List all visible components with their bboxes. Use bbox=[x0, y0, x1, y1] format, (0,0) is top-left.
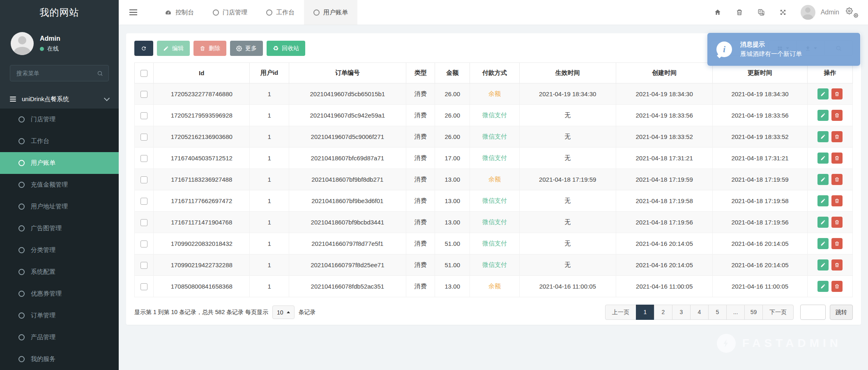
row-checkbox[interactable] bbox=[140, 91, 147, 98]
sidebar-item[interactable]: 系统配置 bbox=[0, 261, 119, 283]
cell-user-id: 1 bbox=[250, 254, 289, 276]
row-checkbox-cell bbox=[135, 276, 154, 297]
cell-created-time: 2021-04-18 17:19:59 bbox=[616, 169, 712, 190]
pagination-page-59[interactable]: 59 bbox=[744, 305, 763, 320]
cell-updated-time: 2021-04-19 18:33:56 bbox=[713, 105, 807, 126]
pagination-ellipsis[interactable]: ... bbox=[726, 305, 745, 320]
nav-tab-3[interactable]: 工作台 bbox=[257, 0, 304, 25]
sidebar-item[interactable]: 充值金额管理 bbox=[0, 174, 119, 196]
sidebar-item[interactable]: 广告图管理 bbox=[0, 217, 119, 239]
cell-amount: 51.00 bbox=[435, 254, 470, 276]
circle-icon bbox=[18, 204, 25, 210]
row-edit-button[interactable] bbox=[817, 88, 829, 99]
row-delete-button[interactable] bbox=[831, 174, 843, 185]
column-header: 更新时间 bbox=[713, 63, 807, 83]
row-checkbox[interactable] bbox=[140, 176, 147, 183]
sidebar-item-label: 分类管理 bbox=[31, 246, 55, 254]
cell-actions bbox=[807, 83, 852, 105]
row-checkbox[interactable] bbox=[140, 262, 147, 269]
row-edit-button[interactable] bbox=[817, 131, 829, 142]
nav-tabs: 控制台门店管理工作台用户账单 bbox=[155, 0, 357, 25]
row-checkbox[interactable] bbox=[140, 198, 147, 205]
pencil-icon bbox=[820, 155, 826, 161]
cell-actions bbox=[807, 212, 852, 233]
cell-id: 171674045035712512 bbox=[154, 148, 250, 169]
row-edit-button[interactable] bbox=[817, 174, 829, 185]
row-delete-button[interactable] bbox=[831, 281, 843, 292]
row-delete-button[interactable] bbox=[831, 217, 843, 228]
trash-icon bbox=[834, 113, 840, 118]
sidebar-item[interactable]: 用户地址管理 bbox=[0, 196, 119, 217]
pay-method-label: 余额 bbox=[488, 176, 501, 183]
nav-tab-1[interactable]: 控制台 bbox=[155, 0, 203, 25]
row-delete-button[interactable] bbox=[831, 88, 843, 99]
row-delete-button[interactable] bbox=[831, 131, 843, 142]
pagination-page-4[interactable]: 4 bbox=[690, 305, 709, 320]
online-dot bbox=[40, 47, 44, 51]
cell-pay-method: 微信支付 bbox=[470, 190, 519, 212]
row-edit-button[interactable] bbox=[817, 195, 829, 206]
fullscreen-icon[interactable] bbox=[772, 9, 794, 16]
recycle-bin-button[interactable]: ♻回收站 bbox=[267, 41, 305, 56]
settings-gear-icon[interactable] bbox=[846, 7, 858, 17]
row-delete-button[interactable] bbox=[831, 195, 843, 206]
row-edit-button[interactable] bbox=[817, 259, 829, 271]
trash-icon bbox=[200, 46, 205, 51]
pagination-page-2[interactable]: 2 bbox=[654, 305, 672, 320]
sidebar-item[interactable]: 优惠券管理 bbox=[0, 283, 119, 305]
edit-button[interactable]: 编辑 bbox=[157, 41, 190, 56]
row-edit-button[interactable] bbox=[817, 281, 829, 292]
menu-toggle-button[interactable] bbox=[119, 8, 148, 17]
sidebar-item[interactable]: 订单管理 bbox=[0, 305, 119, 326]
cell-id: 170990219422732288 bbox=[154, 254, 250, 276]
pagination-prev[interactable]: 上一页 bbox=[605, 305, 636, 320]
row-checkbox[interactable] bbox=[140, 134, 147, 141]
menu-search-input[interactable] bbox=[16, 69, 97, 77]
pagination-page-1[interactable]: 1 bbox=[636, 305, 654, 320]
row-delete-button[interactable] bbox=[831, 259, 843, 271]
sidebar-root-menu[interactable]: uniDrink点餐系统 bbox=[0, 90, 119, 109]
trash-icon[interactable] bbox=[729, 9, 751, 16]
nav-tab-4[interactable]: 用户账单 bbox=[304, 0, 357, 25]
sidebar-item[interactable]: 分类管理 bbox=[0, 239, 119, 261]
row-checkbox[interactable] bbox=[140, 155, 147, 162]
row-checkbox[interactable] bbox=[140, 240, 147, 247]
sidebar-item[interactable]: 产品管理 bbox=[0, 326, 119, 348]
sidebar-item[interactable]: 工作台 bbox=[0, 130, 119, 152]
row-checkbox[interactable] bbox=[140, 219, 147, 226]
more-button[interactable]: 更多 bbox=[230, 41, 263, 56]
select-all-checkbox[interactable] bbox=[140, 70, 147, 77]
summary-suffix: 条记录 bbox=[299, 309, 316, 316]
refresh-button[interactable] bbox=[134, 41, 153, 56]
sidebar-item[interactable]: 我的服务 bbox=[0, 348, 119, 370]
page-jump-input[interactable] bbox=[800, 305, 826, 320]
translate-icon[interactable] bbox=[751, 9, 772, 16]
delete-button[interactable]: 删除 bbox=[193, 41, 226, 56]
page-size-select[interactable]: 10 bbox=[272, 305, 295, 319]
row-edit-button[interactable] bbox=[817, 153, 829, 164]
row-delete-button[interactable] bbox=[831, 238, 843, 249]
home-icon[interactable] bbox=[707, 9, 729, 16]
cell-updated-time: 2021-04-18 17:19:58 bbox=[713, 190, 807, 212]
row-edit-button[interactable] bbox=[817, 217, 829, 228]
pagination-next[interactable]: 下一页 bbox=[762, 305, 794, 320]
user-menu[interactable]: Admin bbox=[801, 5, 839, 20]
row-checkbox[interactable] bbox=[140, 283, 147, 290]
cell-order-no: 20210418607bf9be3d6f01 bbox=[289, 190, 406, 212]
row-edit-button[interactable] bbox=[817, 238, 829, 249]
cell-type: 消费 bbox=[406, 148, 435, 169]
table-footer: 显示第 1 到第 10 条记录，总共 582 条记录 每页显示 10 条记录 上… bbox=[134, 305, 853, 320]
row-delete-button[interactable] bbox=[831, 153, 843, 164]
page-jump-button[interactable]: 跳转 bbox=[830, 305, 853, 320]
row-delete-button[interactable] bbox=[831, 110, 843, 121]
pagination-page-5[interactable]: 5 bbox=[708, 305, 727, 320]
cell-id: 170850800841658368 bbox=[154, 276, 250, 297]
row-edit-button[interactable] bbox=[817, 110, 829, 121]
notification-toast[interactable]: i 消息提示 雁城酒肆有一个新订单 bbox=[707, 33, 860, 66]
sidebar-item[interactable]: 用户账单 bbox=[0, 152, 119, 174]
cell-effective-time: 无 bbox=[519, 233, 616, 254]
sidebar-item[interactable]: 门店管理 bbox=[0, 109, 119, 130]
row-checkbox[interactable] bbox=[140, 112, 147, 119]
pagination-page-3[interactable]: 3 bbox=[672, 305, 691, 320]
nav-tab-2[interactable]: 门店管理 bbox=[203, 0, 257, 25]
